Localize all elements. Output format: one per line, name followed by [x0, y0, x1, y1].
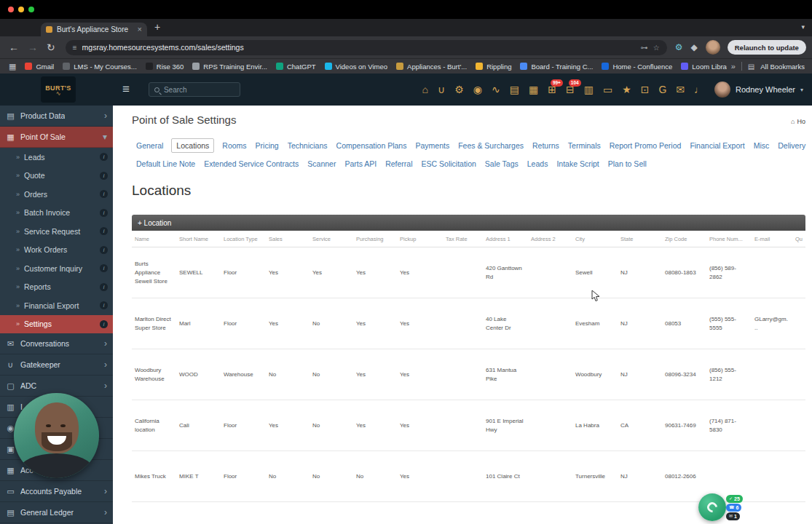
- sidebar-subitem-work-orders[interactable]: »Work Ordersi: [0, 241, 113, 260]
- tab-report-promo-period[interactable]: Report Promo Period: [605, 139, 686, 152]
- gift-icon[interactable]: ⊞99+: [548, 84, 556, 95]
- sidebar-subitem-orders[interactable]: »Ordersi: [0, 185, 113, 204]
- sidebar-subitem-financial-export[interactable]: »Financial Exporti: [0, 296, 113, 315]
- user-menu[interactable]: Rodney Wheeler ▾: [714, 82, 803, 98]
- home-icon[interactable]: ⌂: [422, 84, 427, 95]
- home-link[interactable]: ⌂ Ho: [791, 118, 805, 125]
- search-input[interactable]: [164, 86, 229, 94]
- tab-technicians[interactable]: Technicians: [283, 139, 332, 152]
- site-info-icon[interactable]: ≡: [73, 44, 77, 52]
- burts-logo[interactable]: BURT'S ∿: [41, 76, 76, 103]
- window-close-button[interactable]: [8, 7, 14, 12]
- phone-icon-badge[interactable]: ☎6: [726, 504, 741, 512]
- tab-returns[interactable]: Returns: [528, 139, 564, 152]
- sidebar-subitem-leads[interactable]: »Leadsi: [0, 148, 113, 167]
- cart-icon[interactable]: ⊟104: [566, 84, 575, 95]
- bookmark-home-confluence[interactable]: Home - Confluence: [602, 63, 672, 71]
- url-bar[interactable]: ≡ mgsray.homesourcesystems.com/sales/set…: [66, 40, 667, 55]
- star-icon[interactable]: ★: [622, 84, 631, 95]
- tab-terminals[interactable]: Terminals: [564, 139, 605, 152]
- sidebar-item-point-of-sale[interactable]: ▦Point Of Sale▾: [0, 127, 113, 148]
- bookmark-chatgpt[interactable]: ChatGPT: [276, 63, 316, 71]
- back-button[interactable]: ←: [9, 41, 19, 53]
- add-location-button[interactable]: + Location: [138, 219, 171, 227]
- column-header-phone-num[interactable]: Phone Num...: [706, 236, 752, 242]
- bookmark-videos-on-vimeo[interactable]: Videos on Vimeo: [325, 63, 387, 71]
- tab-locations[interactable]: Locations: [171, 138, 214, 153]
- column-header-location-type[interactable]: Location Type: [221, 236, 266, 242]
- tab-parts-api[interactable]: Parts API: [340, 157, 381, 170]
- tab-general[interactable]: General: [132, 139, 167, 152]
- chat-icon[interactable]: ✉: [676, 84, 685, 95]
- table-row[interactable]: Marlton Direct Super StoreMarlFloorYesNo…: [132, 298, 805, 349]
- tab-rooms[interactable]: Rooms: [218, 139, 251, 152]
- idcard-icon[interactable]: ▭: [603, 84, 612, 95]
- extensions-puzzle-icon[interactable]: ◆: [691, 42, 698, 52]
- column-header-service[interactable]: Service: [310, 236, 353, 242]
- column-header-name[interactable]: Name: [132, 236, 176, 242]
- table-row[interactable]: California locationCaliFloorYesNoYesYes9…: [132, 400, 805, 451]
- column-header-address-2[interactable]: Address 2: [528, 236, 572, 242]
- webcam-icon[interactable]: ◉: [473, 84, 482, 95]
- password-key-icon[interactable]: ⊶: [641, 44, 648, 52]
- chat-bubble-icon-badge[interactable]: ✉1: [726, 512, 740, 520]
- gear-icon[interactable]: ⚙: [454, 84, 464, 95]
- university-icon[interactable]: ∪: [438, 84, 445, 95]
- tab-payments[interactable]: Payments: [411, 139, 454, 152]
- bookmark-gmail[interactable]: Gmail: [25, 63, 54, 71]
- window-zoom-button[interactable]: [28, 7, 34, 12]
- bookmark-rps-training-envir[interactable]: RPS Training Envir...: [192, 63, 267, 71]
- column-header-zip-code[interactable]: Zip Code: [662, 236, 706, 242]
- browser-tab[interactable]: Burt's Appliance Store ×: [41, 23, 147, 36]
- reload-button[interactable]: ↻: [47, 41, 55, 53]
- sidebar-item-product-data[interactable]: ▤Product Data›: [0, 106, 113, 127]
- column-header-qui[interactable]: Qui...: [792, 236, 803, 242]
- bookmark-star-icon[interactable]: ☆: [653, 44, 660, 52]
- tab-plan-to-sell[interactable]: Plan to Sell: [604, 157, 651, 170]
- sidebar-subitem-quote[interactable]: »Quotei: [0, 167, 113, 186]
- tab-extended-service-contracts[interactable]: Extended Service Contracts: [200, 157, 303, 170]
- google-icon[interactable]: G: [658, 84, 666, 95]
- column-header-e-mail[interactable]: E-mail: [752, 236, 792, 242]
- global-search[interactable]: [149, 82, 240, 97]
- all-bookmarks-button[interactable]: All Bookmarks: [760, 63, 805, 71]
- tab-financial-export[interactable]: Financial Export: [685, 139, 749, 152]
- tab-compensation-plans[interactable]: Compensation Plans: [332, 139, 411, 152]
- bookmark-loom-library[interactable]: Loom Library: [681, 63, 726, 71]
- bookmarks-overflow-icon[interactable]: »: [731, 62, 736, 71]
- column-header-pickup[interactable]: Pickup: [397, 236, 443, 242]
- tab-intake-script[interactable]: Intake Script: [552, 157, 603, 170]
- table-row[interactable]: Woodbury WarehouseWOODWarehouseNoNoYesYe…: [132, 349, 805, 400]
- bell-icon[interactable]: ♩: [694, 84, 704, 95]
- column-header-purchasing[interactable]: Purchasing: [353, 236, 397, 242]
- sidebar-item-accounts-payable[interactable]: ▭Accounts Payable›: [0, 481, 113, 502]
- sidebar-subitem-batch-invoice[interactable]: »Batch Invoicei: [0, 204, 113, 223]
- spreadsheet-icon[interactable]: ▦: [529, 84, 538, 95]
- sidebar-item-gatekeeper[interactable]: ∪Gatekeeper›: [0, 354, 113, 376]
- tab-search-chevron-icon[interactable]: ▾: [801, 23, 805, 31]
- sidebar-subitem-service-request[interactable]: »Service Requesti: [0, 222, 113, 241]
- menu-hamburger-icon[interactable]: ≡: [122, 82, 130, 97]
- tab-pricing[interactable]: Pricing: [251, 139, 283, 152]
- table-row[interactable]: Mikes TruckMIKE TFloorNoNoNoYes101 Clair…: [132, 451, 805, 502]
- column-header-short-name[interactable]: Short Name: [176, 236, 221, 242]
- sidebar-item-conversations[interactable]: ✉Conversations›: [0, 333, 113, 354]
- window-minimize-button[interactable]: [18, 7, 24, 12]
- check-icon-badge[interactable]: ✓25: [726, 495, 743, 503]
- apps-grid-icon[interactable]: ▦: [9, 62, 16, 71]
- tab-delivery[interactable]: Delivery: [773, 139, 810, 152]
- sidebar-item-general-ledger[interactable]: ▤General Ledger›: [0, 502, 113, 523]
- sidebar-subitem-customer-inquiry[interactable]: »Customer Inquiryi: [0, 259, 113, 278]
- tab-default-line-note[interactable]: Default Line Note: [132, 157, 200, 170]
- column-header-tax-rate[interactable]: Tax Rate: [443, 236, 483, 242]
- bookmark-board-training-c[interactable]: Board - Training C...: [520, 63, 593, 71]
- column-header-sales[interactable]: Sales: [266, 236, 310, 242]
- column-header-city[interactable]: City: [572, 236, 618, 242]
- column-header-address-1[interactable]: Address 1: [483, 236, 528, 242]
- tab-close-icon[interactable]: ×: [138, 25, 142, 33]
- extension-gear-icon[interactable]: ⚙: [675, 42, 683, 52]
- table-row[interactable]: Burts Appliance Sewell StoreSEWELLFloorY…: [132, 247, 805, 298]
- column-header-state[interactable]: State: [618, 236, 662, 242]
- chart-icon[interactable]: ∿: [492, 84, 500, 95]
- browser-profile-avatar[interactable]: [706, 40, 720, 55]
